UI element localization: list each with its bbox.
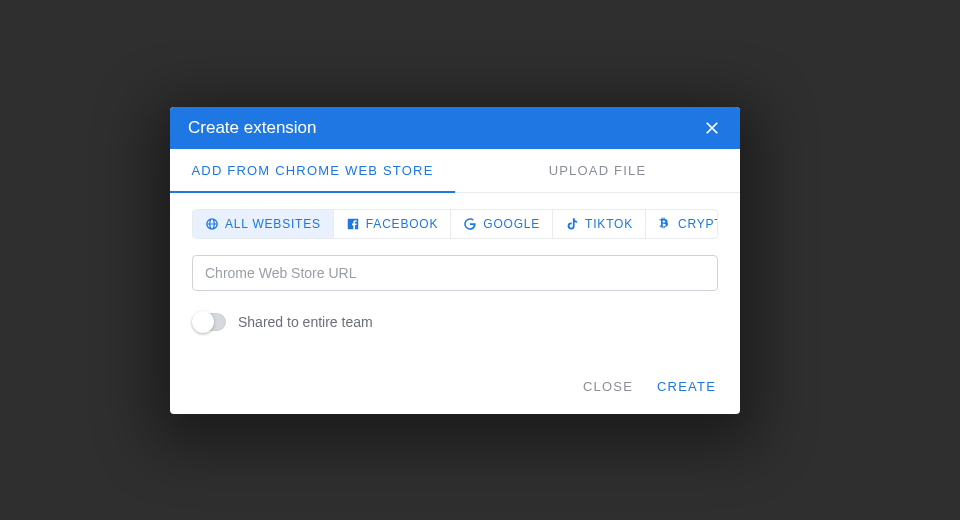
chip-label: GOOGLE xyxy=(483,217,540,231)
tab-add-from-store[interactable]: ADD FROM CHROME WEB STORE xyxy=(170,149,455,193)
close-button[interactable]: CLOSE xyxy=(583,379,633,394)
google-icon xyxy=(463,217,477,231)
chrome-store-url-input[interactable] xyxy=(192,255,718,291)
close-icon[interactable] xyxy=(702,118,722,138)
chip-tiktok[interactable]: TIKTOK xyxy=(553,210,646,238)
chip-crypto[interactable]: CRYPTO xyxy=(646,210,718,238)
globe-icon xyxy=(205,217,219,231)
category-chips: ALL WEBSITES FACEBOOK GOOGLE TIKTOK xyxy=(192,209,718,239)
toggle-knob xyxy=(192,311,214,333)
create-button[interactable]: CREATE xyxy=(657,379,716,394)
facebook-icon xyxy=(346,217,360,231)
modal-footer: CLOSE CREATE xyxy=(170,349,740,414)
modal-title: Create extension xyxy=(188,118,317,138)
tiktok-icon xyxy=(565,217,579,231)
chip-label: TIKTOK xyxy=(585,217,633,231)
chip-all-websites[interactable]: ALL WEBSITES xyxy=(193,210,334,238)
chip-google[interactable]: GOOGLE xyxy=(451,210,553,238)
chip-label: CRYPTO xyxy=(678,217,718,231)
share-toggle-row: Shared to entire team xyxy=(192,313,718,331)
tab-upload-file[interactable]: UPLOAD FILE xyxy=(455,149,740,192)
create-extension-modal: Create extension ADD FROM CHROME WEB STO… xyxy=(170,107,740,414)
tabs: ADD FROM CHROME WEB STORE UPLOAD FILE xyxy=(170,149,740,193)
bitcoin-icon xyxy=(658,217,672,231)
chip-facebook[interactable]: FACEBOOK xyxy=(334,210,451,238)
share-toggle[interactable] xyxy=(192,313,226,331)
share-toggle-label: Shared to entire team xyxy=(238,314,373,330)
chip-label: FACEBOOK xyxy=(366,217,438,231)
modal-body: ALL WEBSITES FACEBOOK GOOGLE TIKTOK xyxy=(170,193,740,349)
modal-header: Create extension xyxy=(170,107,740,149)
chip-label: ALL WEBSITES xyxy=(225,217,321,231)
